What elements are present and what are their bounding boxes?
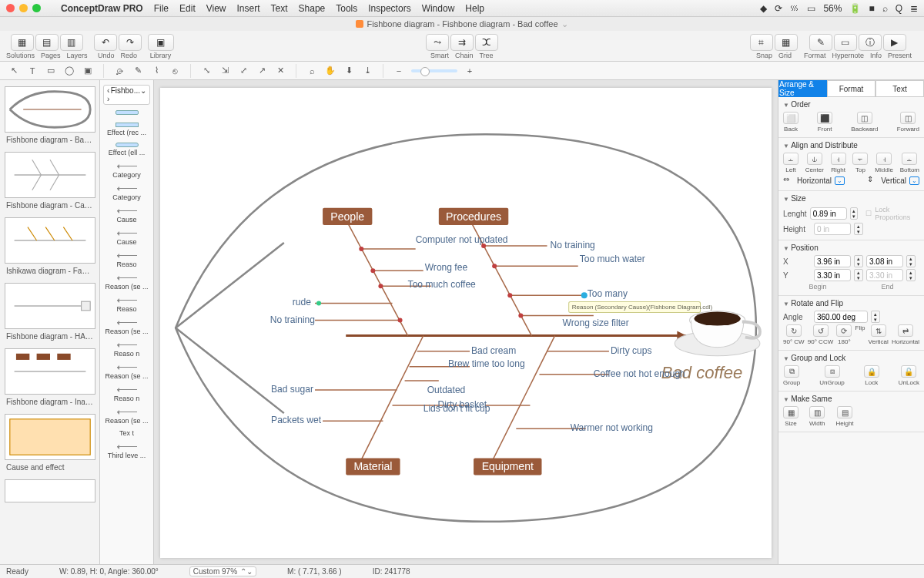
library-item[interactable]: Reaso	[100, 248, 153, 271]
cause-text[interactable]: Dirty basket	[438, 399, 487, 410]
rotate-180-button[interactable]: ⟳180°	[836, 324, 852, 345]
redo-button[interactable]: ↷	[119, 34, 142, 51]
cause-text[interactable]: Too much water	[580, 254, 645, 264]
same-size-button[interactable]: ▦Size	[783, 406, 798, 427]
page-thumb[interactable]	[5, 283, 95, 329]
distribute-h-icon[interactable]: ⇔	[783, 175, 794, 186]
hand-tool-icon[interactable]: ✋	[324, 65, 336, 77]
align-bottom-button[interactable]: ⫠Bottom	[900, 153, 919, 173]
align-center-button[interactable]: ⫝Center	[805, 153, 824, 173]
library-item[interactable]: Effect (ell ...	[100, 139, 153, 159]
menu-view[interactable]: View	[206, 3, 226, 14]
library-item[interactable]: Effect (rec ...	[100, 119, 153, 139]
page-thumb[interactable]	[5, 414, 95, 460]
library-item[interactable]: Reason (se ...	[100, 405, 153, 427]
tab-text[interactable]: Text	[875, 80, 924, 97]
zoom-control[interactable]: Custom 97%⌃⌄	[189, 566, 256, 576]
display-icon[interactable]: ▭	[807, 3, 815, 14]
flip-v-button[interactable]: ⇅Vertical	[869, 324, 889, 345]
stepper[interactable]: ▴▾	[906, 255, 916, 267]
angle-field[interactable]	[814, 311, 868, 323]
page-thumb[interactable]	[5, 348, 95, 395]
section-header[interactable]: Make Same	[783, 395, 919, 403]
menu-file[interactable]: File	[154, 3, 169, 14]
section-header[interactable]: Size	[783, 194, 919, 203]
menu-help[interactable]: Help	[465, 3, 484, 14]
section-header[interactable]: Order	[783, 100, 919, 109]
library-item[interactable]	[100, 106, 153, 119]
grid-button[interactable]: ▦	[775, 34, 798, 51]
wifi-icon[interactable]: ᯾	[790, 3, 799, 14]
pos-x-field[interactable]	[814, 255, 851, 267]
order-back-button[interactable]: ⬜Back	[783, 112, 798, 133]
tab-arrange[interactable]: Arrange & Size	[778, 80, 827, 97]
cause-text[interactable]: Brew time too long	[448, 358, 525, 369]
page-thumb[interactable]	[5, 479, 95, 502]
library-item[interactable]: Category	[100, 159, 153, 181]
undo-button[interactable]: ↶	[94, 34, 117, 51]
chevron-down-icon[interactable]: ⌄	[561, 19, 568, 29]
stepper[interactable]: ▴▾	[854, 269, 863, 281]
length-field[interactable]	[810, 207, 847, 220]
cause-text[interactable]: Warmer not working	[571, 422, 653, 433]
library-item[interactable]: Cause	[100, 203, 153, 226]
stepper[interactable]: ▴▾	[854, 255, 863, 267]
menu-tools[interactable]: Tools	[336, 3, 357, 14]
stepper[interactable]: ▴▾	[871, 311, 880, 323]
tool-icon[interactable]: ⤢	[237, 65, 249, 77]
flag-icon[interactable]: ■	[869, 3, 874, 14]
cause-text[interactable]: Dirty cups	[611, 345, 652, 356]
menu-icon[interactable]: ≣	[910, 3, 918, 14]
tree-button[interactable]: ⵋ	[475, 34, 498, 51]
siri-icon[interactable]: Q	[896, 3, 902, 14]
order-forward-button[interactable]: ◫Forward	[897, 112, 919, 133]
zoom-slider[interactable]	[411, 69, 457, 72]
rect-tool-icon[interactable]: ▭	[45, 65, 57, 77]
zoom-out-icon[interactable]: −	[393, 65, 405, 77]
cause-text[interactable]: Wrong size filter	[563, 318, 629, 328]
library-item[interactable]: Reason (se ...	[100, 315, 153, 338]
spotlight-icon[interactable]: ⌕	[882, 3, 888, 14]
library-item[interactable]: Category	[100, 181, 153, 203]
pos-y-field[interactable]	[814, 269, 851, 281]
section-header[interactable]: Rotate and Flip	[783, 299, 919, 307]
ungroup-button[interactable]: ⧈UnGroup	[819, 365, 844, 386]
lock-proportions-label[interactable]: Lock Proportions	[875, 206, 919, 221]
app-name[interactable]: ConceptDraw PRO	[61, 3, 143, 14]
cause-text[interactable]: Coffee not hot enough	[594, 368, 685, 379]
lock-button[interactable]: 🔒Lock	[864, 365, 879, 386]
tool-icon[interactable]: ⬇	[343, 65, 355, 77]
hypernote-button[interactable]: ▭	[834, 34, 857, 51]
rotate-ccw-button[interactable]: ↺90° CCW	[808, 324, 833, 345]
library-button[interactable]: ▣	[148, 34, 174, 51]
layers-button[interactable]: ▥	[60, 34, 83, 51]
smart-button[interactable]: ⤳	[426, 34, 449, 51]
library-item[interactable]: Reaso n	[100, 338, 153, 360]
cause-text[interactable]: No training	[270, 314, 315, 325]
page-thumb[interactable]	[5, 217, 95, 264]
tool-icon[interactable]: ⌮	[113, 65, 126, 77]
same-width-button[interactable]: ▥Width	[809, 406, 825, 427]
section-header[interactable]: Align and Distribute	[783, 141, 919, 150]
cause-text[interactable]: Bad cream	[471, 345, 516, 356]
menu-window[interactable]: Window	[422, 3, 455, 14]
section-header[interactable]: Position	[783, 244, 919, 252]
order-front-button[interactable]: ⬛Front	[817, 112, 832, 133]
canvas[interactable]: Bad coffee People Procedures Material Eq…	[160, 88, 772, 558]
tab-format[interactable]: Format	[827, 80, 875, 97]
cause-text[interactable]: Packets wet	[271, 415, 322, 425]
sys-icon[interactable]: ◆	[760, 3, 767, 14]
align-top-button[interactable]: ⫟Top	[852, 153, 868, 173]
cause-text[interactable]: rude	[293, 297, 311, 307]
pointer-tool-icon[interactable]: ↖	[8, 65, 20, 77]
menu-text[interactable]: Text	[271, 3, 288, 14]
rotate-cw-button[interactable]: ↻90° CW	[783, 324, 805, 345]
tool-icon[interactable]: ✕	[274, 65, 286, 77]
flip-h-button[interactable]: ⇄Horizontal	[892, 324, 919, 345]
stepper[interactable]: ▴▾	[906, 269, 916, 281]
same-height-button[interactable]: ▤Height	[835, 406, 853, 427]
cause-text[interactable]: Bad sugar	[271, 384, 313, 395]
sys-icon[interactable]: ⟳	[775, 3, 782, 14]
library-item[interactable]: Reason (se ...	[100, 271, 153, 293]
library-item[interactable]: Reaso	[100, 293, 153, 315]
